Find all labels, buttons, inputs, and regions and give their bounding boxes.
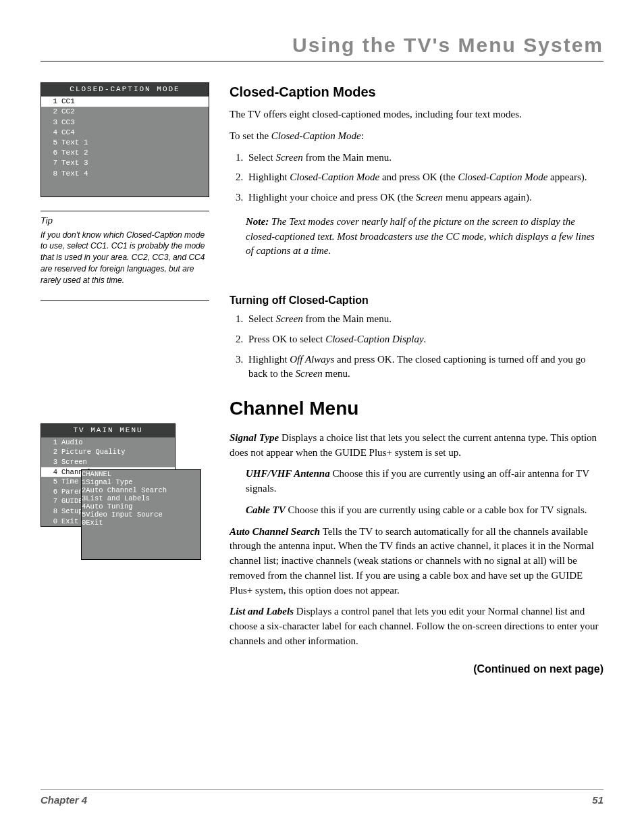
menu-item: 3List and Labels [82,494,200,502]
page-footer: Chapter 4 51 [41,789,603,806]
steps-list: Select Screen from the Main menu. Highli… [230,151,603,205]
tip-rule-bottom [41,300,209,301]
heading-channel-menu: Channel Menu [230,395,603,423]
cc-mode-menu-screenshot: CLOSED-CAPTION MODE 1CC12CC23CC34CC45Tex… [41,82,209,197]
menu-item: 1CC1 [41,97,209,107]
menu-item: 2Auto Channel Search [82,486,200,494]
menu-item: 3CC3 [41,118,209,128]
menu-item: 4Auto Tuning [82,502,200,511]
page-header: Using the TV's Menu System [41,34,603,62]
menu-item: 0Exit [82,519,200,527]
page-number: 51 [592,794,603,806]
menu-item: 7Text 3 [41,158,209,168]
heading-turn-off-cc: Turning off Closed-Caption [230,292,603,308]
body-text: The TV offers eight closed-captioned mod… [230,107,603,122]
continued-label: (Continued on next page) [230,661,603,677]
tip-rule-top [41,211,209,211]
step: Highlight Off Always and press OK. The c… [246,353,603,382]
menu-item: 4CC4 [41,128,209,138]
step: Highlight your choice and press OK (the … [246,190,603,205]
menu-item: 1Signal Type [82,478,200,486]
chapter-label: Chapter 4 [41,794,87,806]
step: Press OK to select Closed-Caption Displa… [246,332,603,347]
body-text: UHF/VHF Antenna Choose this if you are c… [246,467,603,496]
body-text: To set the Closed-Caption Mode: [230,129,603,144]
body-text: Auto Channel Search Tells the TV to sear… [230,525,603,598]
heading-cc-modes: Closed-Caption Modes [230,82,603,102]
tip-body: If you don't know which Closed-Caption m… [41,230,209,286]
menu-title: CHANNEL [82,470,200,478]
main-content: Closed-Caption Modes The TV offers eight… [230,82,603,677]
menu-item: 5Text 1 [41,138,209,148]
body-text: Signal Type Displays a choice list that … [230,431,603,461]
menu-title: TV MAIN MENU [41,424,175,438]
body-text: Cable TV Choose this if you are currentl… [246,503,603,518]
main-menu-screenshot: TV MAIN MENU 1Audio2Picture Quality3Scre… [41,423,209,527]
step: Select Screen from the Main menu. [246,151,603,165]
menu-item: 1Audio [41,438,175,448]
body-text: List and Labels Displays a control panel… [230,604,603,648]
note: Note: The Text modes cover nearly half o… [246,215,603,259]
steps-list: Select Screen from the Main menu. Press … [230,312,603,382]
left-column: CLOSED-CAPTION MODE 1CC12CC23CC34CC45Tex… [41,82,209,677]
menu-item: 2CC2 [41,107,209,117]
channel-submenu-screenshot: CHANNEL 1Signal Type2Auto Channel Search… [81,469,201,560]
step: Highlight Closed-Caption Mode and press … [246,170,603,185]
menu-item: 6Text 2 [41,148,209,158]
tip-label: Tip [41,215,209,226]
menu-item: 5Video Input Source [82,511,200,519]
menu-title: CLOSED-CAPTION MODE [41,83,209,97]
menu-item: 3Screen [41,457,175,467]
step: Select Screen from the Main menu. [246,312,603,327]
menu-item: 2Picture Quality [41,447,175,457]
menu-item: 8Text 4 [41,169,209,179]
